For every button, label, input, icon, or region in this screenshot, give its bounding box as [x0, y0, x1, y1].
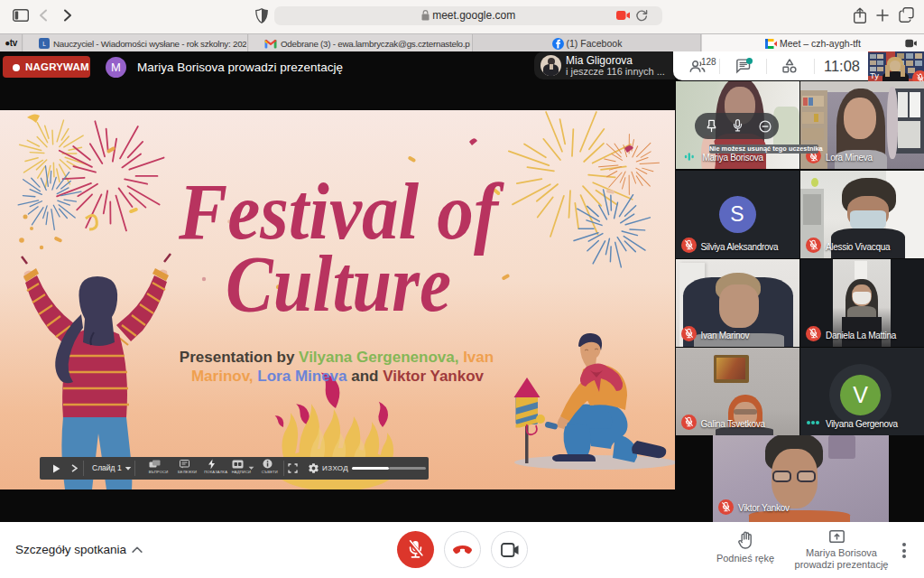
svg-text:L: L	[42, 41, 46, 47]
svg-text:Marinov, Lora Mineva and Vikto: Marinov, Lora Mineva and Viktor Yankov	[191, 368, 485, 385]
svg-text:Culture: Culture	[226, 240, 451, 328]
svg-text:Presentation by Vilyana Gergen: Presentation by Vilyana Gergenenova, Iva…	[180, 349, 494, 366]
